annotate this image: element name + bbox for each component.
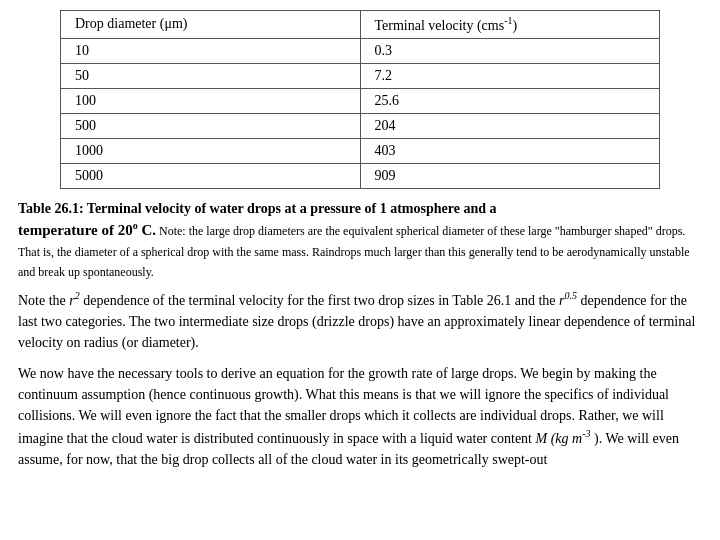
cell-velocity-3: 25.6 [360, 88, 660, 113]
paragraph-1: Note the r2 dependence of the terminal v… [18, 288, 702, 353]
table-row: 500 204 [61, 113, 660, 138]
table-row: 5000 909 [61, 163, 660, 188]
table-row: 50 7.2 [61, 63, 660, 88]
cell-diameter-4: 500 [61, 113, 361, 138]
cell-diameter-3: 100 [61, 88, 361, 113]
table-row: 10 0.3 [61, 38, 660, 63]
cell-velocity-5: 403 [360, 138, 660, 163]
table-row: 100 25.6 [61, 88, 660, 113]
para1-r2: r2 [69, 293, 79, 308]
col-header-velocity: Terminal velocity (cms-1) [360, 11, 660, 39]
caption-bold-text: Table 26.1: Terminal velocity of water d… [18, 201, 496, 216]
paragraph-2: We now have the necessary tools to deriv… [18, 363, 702, 470]
col-header-diameter: Drop diameter (μm) [61, 11, 361, 39]
data-table-container: Drop diameter (μm) Terminal velocity (cm… [18, 10, 702, 189]
table-row: 1000 403 [61, 138, 660, 163]
para1-prefix: Note the [18, 293, 69, 308]
cell-diameter-2: 50 [61, 63, 361, 88]
caption-temp-text: temperature of 20o C. [18, 222, 156, 238]
para1-r05: r0.5 [559, 293, 577, 308]
terminal-velocity-table: Drop diameter (μm) Terminal velocity (cm… [60, 10, 660, 189]
para2-M: M (kg m-3 [536, 431, 591, 446]
cell-diameter-1: 10 [61, 38, 361, 63]
table-header-row: Drop diameter (μm) Terminal velocity (cm… [61, 11, 660, 39]
cell-velocity-1: 0.3 [360, 38, 660, 63]
cell-velocity-4: 204 [360, 113, 660, 138]
cell-diameter-6: 5000 [61, 163, 361, 188]
cell-velocity-6: 909 [360, 163, 660, 188]
para1-mid: dependence of the terminal velocity for … [80, 293, 559, 308]
table-caption: Table 26.1: Terminal velocity of water d… [18, 199, 702, 283]
cell-velocity-2: 7.2 [360, 63, 660, 88]
cell-diameter-5: 1000 [61, 138, 361, 163]
